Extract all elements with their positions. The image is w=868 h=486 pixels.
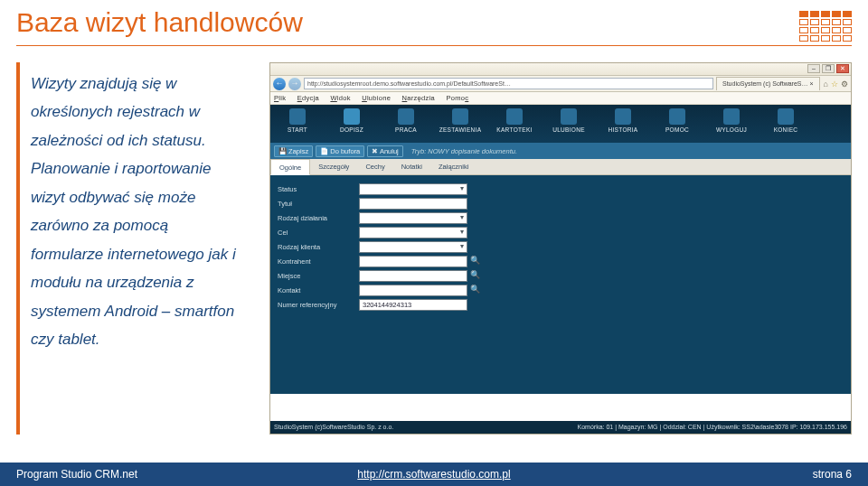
kontakt-field[interactable] bbox=[359, 285, 467, 296]
address-input[interactable]: http://studiosystemroot.demo.softwarestu… bbox=[304, 78, 713, 89]
cel-field[interactable] bbox=[359, 227, 467, 238]
form-tabs: Ogólne Szczegóły Cechy Notatki Załącznik… bbox=[270, 159, 851, 175]
status-right: Komórka: 01 | Magazyn: MG | Oddział: CEN… bbox=[578, 421, 847, 434]
mode-label: Tryb: NOWY dopisanie dokumentu. bbox=[411, 147, 517, 155]
row-rodzaj-dzialania: Rodzaj działania bbox=[278, 212, 844, 224]
save-button[interactable]: 💾 Zapisz bbox=[274, 145, 313, 157]
footer-url[interactable]: http://crm.softwarestudio.com.pl bbox=[357, 468, 510, 481]
footer-page: strona 6 bbox=[573, 468, 852, 481]
cancel-button[interactable]: ✖ Anuluj bbox=[367, 145, 403, 157]
window-chrome: – ❐ ✕ bbox=[270, 63, 851, 76]
miejsce-field[interactable] bbox=[359, 270, 467, 282]
toolbar-koniec[interactable]: KONIEC bbox=[759, 105, 813, 143]
description-block: Wizyty znajdują się w określonych rejest… bbox=[16, 62, 248, 435]
home-icon[interactable]: ⌂ bbox=[824, 79, 828, 89]
rodzaj-dzialania-field[interactable] bbox=[359, 212, 467, 224]
browser-tab[interactable]: StudioSystem (c) SoftwareS… × bbox=[716, 77, 820, 90]
row-numer-ref: Numer referencyjny3204144924313 bbox=[278, 299, 844, 311]
toolbar-start[interactable]: START bbox=[270, 105, 325, 143]
main-toolbar: START DOPISZ PRACA ZESTAWIENIA KARTOTEKI… bbox=[270, 105, 851, 143]
tab-notatki[interactable]: Notatki bbox=[393, 159, 430, 174]
to-buffer-button[interactable]: 📄 Do bufora bbox=[316, 145, 364, 157]
toolbar-pomoc[interactable]: POMOC bbox=[650, 105, 704, 143]
row-miejsce: Miejsce bbox=[278, 270, 844, 282]
menu-narzedzia[interactable]: Narzędzia bbox=[402, 94, 435, 102]
nav-forward-button[interactable]: → bbox=[288, 78, 301, 90]
menu-pomoc[interactable]: Pomoc bbox=[446, 94, 468, 102]
menu-plik[interactable]: Plik bbox=[274, 94, 286, 102]
calendar-grid-icon bbox=[799, 11, 852, 42]
window-close-button[interactable]: ✕ bbox=[836, 64, 849, 73]
row-kontakt: Kontakt bbox=[278, 285, 844, 296]
menu-ulubione[interactable]: Ulubione bbox=[362, 94, 391, 102]
tab-szczegoly[interactable]: Szczegóły bbox=[310, 159, 357, 174]
row-kontrahent: Kontrahent bbox=[278, 256, 844, 267]
toolbar-wyloguj[interactable]: WYLOGUJ bbox=[704, 105, 759, 143]
title-divider bbox=[16, 45, 852, 46]
toolbar-dopisz[interactable]: DOPISZ bbox=[325, 105, 379, 143]
status-left: StudioSystem (c)SoftwareStudio Sp. z o.o… bbox=[274, 421, 393, 434]
toolbar-zestawienia[interactable]: ZESTAWIENIA bbox=[433, 105, 487, 143]
nav-back-button[interactable]: ← bbox=[273, 78, 286, 90]
kontrahent-field[interactable] bbox=[359, 256, 467, 267]
app-statusbar: StudioSystem (c)SoftwareStudio Sp. z o.o… bbox=[270, 421, 851, 434]
footer-program: Program Studio CRM.net bbox=[16, 468, 295, 481]
tab-ogolne[interactable]: Ogólne bbox=[270, 159, 310, 175]
tab-zalaczniki[interactable]: Załączniki bbox=[430, 159, 476, 174]
status-field[interactable] bbox=[359, 183, 467, 195]
slide-footer: Program Studio CRM.net http://crm.softwa… bbox=[0, 463, 868, 486]
gear-icon[interactable]: ⚙ bbox=[841, 79, 848, 89]
favorite-icon[interactable]: ☆ bbox=[831, 79, 838, 89]
page-title: Baza wizyt handlowców bbox=[16, 7, 799, 38]
action-bar: 💾 Zapisz 📄 Do bufora ✖ Anuluj Tryb: NOWY… bbox=[270, 143, 851, 159]
form-area: Status Tytuł Rodzaj działania Cel Rodzaj… bbox=[270, 175, 851, 394]
browser-menubar[interactable]: Plik Edycja Widok Ulubione Narzędzia Pom… bbox=[270, 92, 851, 105]
tytul-field[interactable] bbox=[359, 198, 467, 210]
description-paragraph-1: Wizyty znajdują się w określonych rejest… bbox=[31, 70, 239, 154]
toolbar-ulubione[interactable]: ULUBIONE bbox=[542, 105, 596, 143]
toolbar-praca[interactable]: PRACA bbox=[379, 105, 433, 143]
row-rodzaj-klienta: Rodzaj klienta bbox=[278, 241, 844, 253]
numer-ref-field[interactable]: 3204144924313 bbox=[359, 299, 467, 311]
description-paragraph-2: Planowanie i raportowanie wizyt odbywać … bbox=[31, 154, 239, 353]
rodzaj-klienta-field[interactable] bbox=[359, 241, 467, 253]
menu-edycja[interactable]: Edycja bbox=[297, 94, 319, 102]
app-screenshot: – ❐ ✕ ← → http://studiosystemroot.demo.s… bbox=[269, 62, 852, 435]
tab-cechy[interactable]: Cechy bbox=[357, 159, 392, 174]
toolbar-kartoteki[interactable]: KARTOTEKI bbox=[487, 105, 542, 143]
row-cel: Cel bbox=[278, 227, 844, 238]
toolbar-historia[interactable]: HISTORIA bbox=[596, 105, 650, 143]
row-tytul: Tytuł bbox=[278, 198, 844, 210]
row-status: Status bbox=[278, 183, 844, 195]
window-maximize-button[interactable]: ❐ bbox=[822, 64, 835, 73]
browser-address-row: ← → http://studiosystemroot.demo.softwar… bbox=[270, 76, 851, 92]
window-minimize-button[interactable]: – bbox=[807, 64, 820, 73]
menu-widok[interactable]: Widok bbox=[330, 94, 350, 102]
